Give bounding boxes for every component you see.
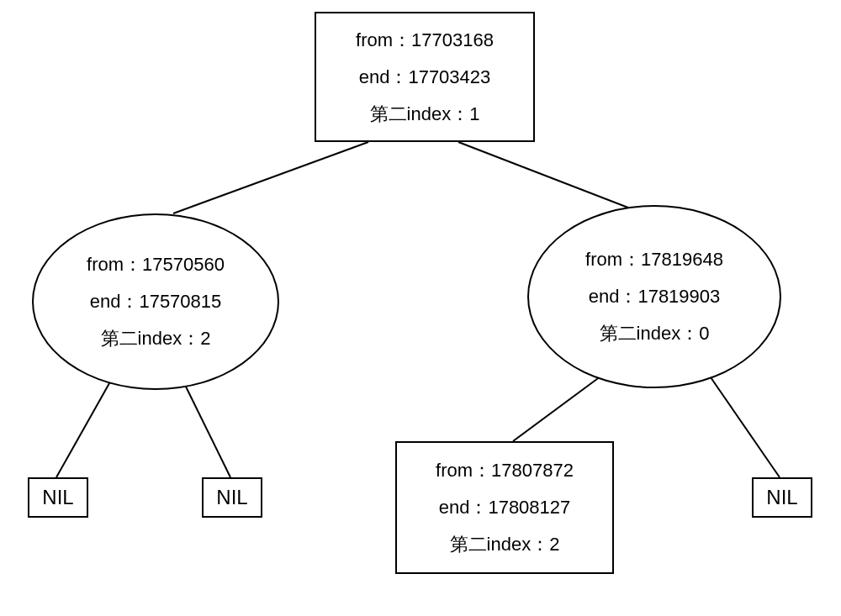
index-label: 第二index： — [370, 103, 470, 124]
svg-line-3 — [184, 383, 230, 477]
nil-label: NIL — [766, 487, 797, 508]
inner-index-value: 2 — [549, 534, 559, 555]
left-index-row: 第二index：2 — [101, 320, 211, 357]
right-end-value: 17819903 — [637, 286, 720, 307]
root-node: from：17703168 end：17703423 第二index：1 — [315, 12, 535, 142]
right-index-value: 0 — [699, 323, 709, 344]
tree-diagram: from：17703168 end：17703423 第二index：1 fro… — [0, 0, 841, 616]
right-from-row: from：17819648 — [585, 241, 723, 278]
end-label: end： — [589, 286, 638, 307]
nil-label: NIL — [216, 487, 247, 508]
nil-label: NIL — [42, 487, 73, 508]
inner-end-value: 17808127 — [488, 497, 570, 518]
nil-leaf: NIL — [752, 477, 812, 518]
inner-end-row: end：17808127 — [439, 489, 571, 526]
nil-leaf: NIL — [28, 477, 88, 518]
root-from-row: from：17703168 — [356, 22, 494, 59]
inner-from-row: from：17807872 — [436, 452, 574, 489]
root-index-value: 1 — [469, 103, 479, 124]
from-label: from： — [356, 29, 411, 50]
inner-from-value: 17807872 — [491, 460, 574, 481]
end-label: end： — [439, 497, 489, 518]
root-end-value: 17703423 — [408, 66, 490, 87]
end-label: end： — [90, 291, 140, 312]
inner-node: from：17807872 end：17808127 第二index：2 — [395, 441, 614, 574]
inner-index-row: 第二index：2 — [450, 526, 560, 563]
index-label: 第二index： — [450, 534, 550, 555]
end-label: end： — [359, 66, 409, 87]
svg-line-0 — [173, 142, 368, 213]
right-end-row: end：17819903 — [589, 278, 721, 315]
left-child-node: from：17570560 end：17570815 第二index：2 — [32, 213, 279, 390]
root-from-value: 17703168 — [411, 29, 494, 50]
root-end-row: end：17703423 — [359, 59, 491, 96]
right-child-node: from：17819648 end：17819903 第二index：0 — [527, 205, 781, 388]
left-from-value: 17570560 — [142, 254, 225, 275]
from-label: from： — [436, 460, 491, 481]
root-index-row: 第二index：1 — [370, 96, 480, 133]
index-label: 第二index： — [600, 323, 700, 344]
left-end-row: end：17570815 — [90, 283, 222, 320]
right-from-value: 17819648 — [641, 249, 723, 270]
svg-line-2 — [56, 377, 113, 477]
from-label: from： — [585, 249, 641, 270]
svg-line-4 — [513, 374, 604, 441]
left-from-row: from：17570560 — [87, 246, 225, 283]
index-label: 第二index： — [101, 328, 201, 349]
svg-line-1 — [458, 142, 643, 213]
left-index-value: 2 — [200, 328, 210, 349]
from-label: from： — [87, 254, 142, 275]
svg-line-5 — [711, 377, 780, 477]
left-end-value: 17570815 — [139, 291, 221, 312]
right-index-row: 第二index：0 — [600, 315, 710, 352]
nil-leaf: NIL — [202, 477, 262, 518]
